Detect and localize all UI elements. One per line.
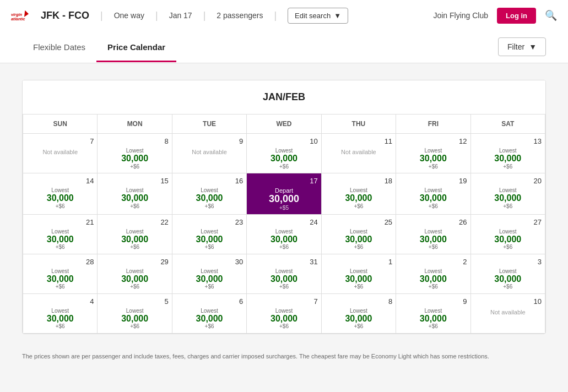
flight-date: Jan 17 — [169, 11, 192, 20]
calendar-header-row: SUN MON TUE WED THU FRI SAT — [23, 115, 545, 134]
header: virgin atlantic JFK - FCO | One way | Ja… — [0, 0, 568, 31]
table-row[interactable]: 9 Lowest 30,000 +$6 — [396, 293, 470, 333]
calendar-table: SUN MON TUE WED THU FRI SAT 7 Not availa… — [23, 114, 545, 334]
table-row[interactable]: 28 Lowest 30,000 +$6 — [23, 254, 98, 293]
filter-button[interactable]: Filter ▼ — [498, 37, 546, 56]
tab-price-calendar[interactable]: Price Calendar — [96, 31, 176, 62]
table-row[interactable]: 4 Lowest 30,000 +$6 — [23, 293, 98, 333]
table-row[interactable]: 7 Lowest 30,000 +$6 — [247, 293, 321, 333]
tabs-area: Flexible Dates Price Calendar Filter ▼ — [0, 31, 568, 63]
table-row[interactable]: 31 Lowest 30,000 +$6 — [247, 254, 321, 293]
calendar-row-2: 14 Lowest 30,000 +$6 15 Lowest 30,000 +$… — [23, 173, 545, 215]
divider-4: | — [274, 10, 277, 21]
chevron-down-icon: ▼ — [529, 42, 537, 51]
route-display: JFK - FCO — [41, 10, 89, 21]
calendar-wrapper: JAN/FEB SUN MON TUE WED THU FRI SAT 7 — [22, 80, 546, 334]
table-row[interactable]: 10 Lowest 30,000 +$6 — [247, 134, 321, 173]
table-row[interactable]: 24 Lowest 30,000 +$6 — [247, 214, 321, 254]
table-row[interactable]: 2 Lowest 30,000 +$6 — [396, 254, 470, 293]
table-row[interactable]: 26 Lowest 30,000 +$6 — [396, 214, 470, 254]
table-row[interactable]: 16 Lowest 30,000 +$6 — [172, 173, 246, 215]
table-row[interactable]: 22 Lowest 30,000 +$6 — [98, 214, 172, 254]
table-row[interactable]: 30 Lowest 30,000 +$6 — [172, 254, 246, 293]
day-header-mon: MON — [98, 115, 172, 134]
join-flying-club-link[interactable]: Join Flying Club — [433, 11, 488, 20]
calendar-row-5: 4 Lowest 30,000 +$6 5 Lowest 30,000 +$6 … — [23, 293, 545, 333]
table-row[interactable]: 18 Lowest 30,000 +$6 — [321, 173, 396, 215]
svg-marker-2 — [24, 10, 29, 17]
logo: virgin atlantic — [11, 8, 29, 23]
table-row[interactable]: 1 Lowest 30,000 +$6 — [321, 254, 396, 293]
table-row[interactable]: 9 Not available — [172, 134, 246, 173]
header-right: Join Flying Club Log in 🔍 — [433, 8, 557, 24]
trip-type: One way — [114, 11, 144, 20]
search-icon: 🔍 — [545, 10, 557, 21]
table-row[interactable]: 27 Lowest 30,000 +$6 — [470, 214, 545, 254]
table-row[interactable]: 29 Lowest 30,000 +$6 — [98, 254, 172, 293]
divider-3: | — [203, 10, 206, 21]
table-row-selected[interactable]: 17 Depart 30,000 +$5 — [247, 173, 321, 215]
day-header-sun: SUN — [23, 115, 98, 134]
table-row[interactable]: 23 Lowest 30,000 +$6 — [172, 214, 246, 254]
calendar-container: JAN/FEB SUN MON TUE WED THU FRI SAT 7 — [0, 63, 568, 345]
table-row[interactable]: 20 Lowest 30,000 +$6 — [470, 173, 545, 215]
day-header-tue: TUE — [172, 115, 246, 134]
day-header-thu: THU — [321, 115, 396, 134]
table-row[interactable]: 13 Lowest 30,000 +$6 — [470, 134, 545, 173]
tabs: Flexible Dates Price Calendar — [22, 31, 176, 62]
calendar-row-3: 21 Lowest 30,000 +$6 22 Lowest 30,000 +$… — [23, 214, 545, 254]
calendar-row-4: 28 Lowest 30,000 +$6 29 Lowest 30,000 +$… — [23, 254, 545, 293]
calendar-row-1: 7 Not available 8 Lowest 30,000 +$6 9 No… — [23, 134, 545, 173]
day-header-wed: WED — [247, 115, 321, 134]
search-icon-button[interactable]: 🔍 — [545, 9, 557, 21]
table-row[interactable]: 10 Not available — [470, 293, 545, 333]
divider-1: | — [100, 10, 103, 21]
table-row[interactable]: 7 Not available — [23, 134, 98, 173]
virgin-atlantic-logo-icon: virgin atlantic — [11, 8, 29, 23]
day-header-sat: SAT — [470, 115, 545, 134]
chevron-down-icon: ▼ — [334, 12, 341, 20]
table-row[interactable]: 5 Lowest 30,000 +$6 — [98, 293, 172, 333]
table-row[interactable]: 6 Lowest 30,000 +$6 — [172, 293, 246, 333]
table-row[interactable]: 12 Lowest 30,000 +$6 — [396, 134, 470, 173]
table-row[interactable]: 19 Lowest 30,000 +$6 — [396, 173, 470, 215]
edit-search-button[interactable]: Edit search ▼ — [288, 8, 348, 24]
table-row[interactable]: 21 Lowest 30,000 +$6 — [23, 214, 98, 254]
table-row[interactable]: 8 Lowest 30,000 +$6 — [98, 134, 172, 173]
table-row[interactable]: 14 Lowest 30,000 +$6 — [23, 173, 98, 215]
day-header-fri: FRI — [396, 115, 470, 134]
login-button[interactable]: Log in — [497, 8, 536, 24]
divider-2: | — [155, 10, 158, 21]
table-row[interactable]: 25 Lowest 30,000 +$6 — [321, 214, 396, 254]
svg-text:atlantic: atlantic — [11, 17, 25, 21]
table-row[interactable]: 8 Lowest 30,000 +$6 — [321, 293, 396, 333]
calendar-title: JAN/FEB — [23, 80, 545, 114]
table-row[interactable]: 15 Lowest 30,000 +$6 — [98, 173, 172, 215]
edit-search-label: Edit search — [295, 12, 331, 20]
table-row[interactable]: 11 Not available — [321, 134, 396, 173]
footer-note: The prices shown are per passenger and i… — [0, 345, 568, 367]
tab-flexible-dates[interactable]: Flexible Dates — [22, 31, 96, 62]
table-row[interactable]: 3 Lowest 30,000 +$6 — [470, 254, 545, 293]
passenger-count: 2 passengers — [217, 11, 263, 20]
